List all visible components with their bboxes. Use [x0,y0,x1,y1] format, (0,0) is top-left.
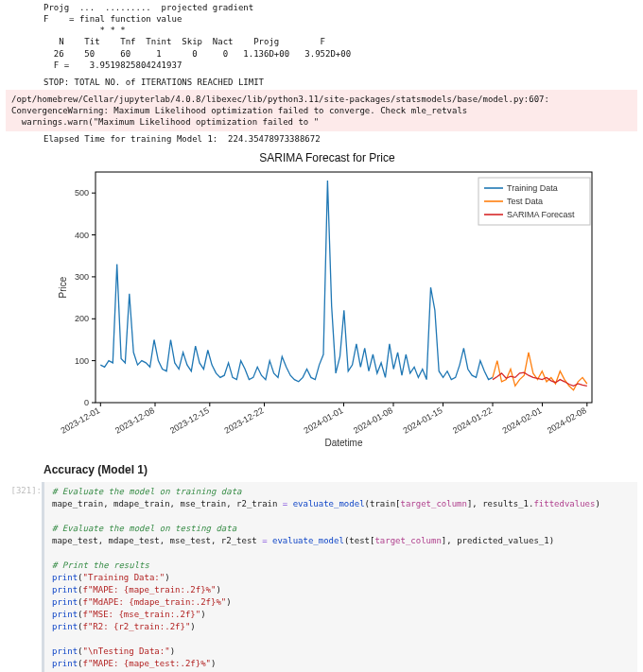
section-accuracy: Accuracy (Model 1) [43,463,637,476]
chart-canvas: 0100200300400500Price2023-12-012023-12-0… [53,166,601,450]
svg-text:Test Data: Test Data [507,197,543,206]
svg-text:2024-01-22: 2024-01-22 [451,405,494,436]
svg-text:0: 0 [84,398,89,407]
svg-text:Datetime: Datetime [324,438,362,448]
solver-output: Projg ... ......... projected gradient F… [43,2,637,88]
code-body[interactable]: # Evaluate the model on training data ma… [42,482,637,672]
svg-text:2024-01-15: 2024-01-15 [402,405,444,436]
svg-text:2024-02-01: 2024-02-01 [501,405,544,436]
svg-text:400: 400 [75,230,89,239]
svg-text:2024-02-08: 2024-02-08 [546,405,588,436]
solver-line: Projg ... ......... projected gradient [43,2,637,13]
elapsed-line: Elapsed Time for training Model 1: 224.3… [43,133,637,145]
sarima-chart: SARIMA Forecast for Price 01002003004005… [53,151,601,450]
convergence-warning: /opt/homebrew/Cellar/jupyterlab/4.0.8/li… [6,90,637,131]
svg-text:Training Data: Training Data [507,183,558,193]
svg-text:200: 200 [75,314,89,323]
svg-text:2023-12-22: 2023-12-22 [223,405,266,436]
svg-text:300: 300 [75,271,89,281]
svg-text:2023-12-15: 2023-12-15 [168,405,211,436]
solver-fval: F = 3.9519825804241937 [43,60,637,71]
solver-line: F = final function value [43,13,637,25]
solver-stop: STOP: TOTAL NO. of ITERATIONS REACHED LI… [43,77,637,88]
code-cell: [321]: # Evaluate the model on training … [6,482,637,672]
solver-values: 26 50 60 1 0 0 1.136D+00 3.952D+00 [43,48,637,60]
svg-text:Price: Price [58,276,68,298]
solver-header: N Tit Tnf Tnint Skip Nact Projg F [43,36,637,47]
svg-text:2024-01-08: 2024-01-08 [352,405,394,436]
svg-text:SARIMA Forecast: SARIMA Forecast [507,210,575,219]
svg-text:500: 500 [75,188,89,198]
svg-text:100: 100 [75,355,89,365]
svg-text:2024-01-01: 2024-01-01 [303,405,345,436]
svg-text:2023-12-08: 2023-12-08 [113,405,156,436]
chart-title: SARIMA Forecast for Price [53,151,601,164]
svg-text:2023-12-01: 2023-12-01 [59,405,101,436]
cell-prompt: [321]: [6,482,42,495]
